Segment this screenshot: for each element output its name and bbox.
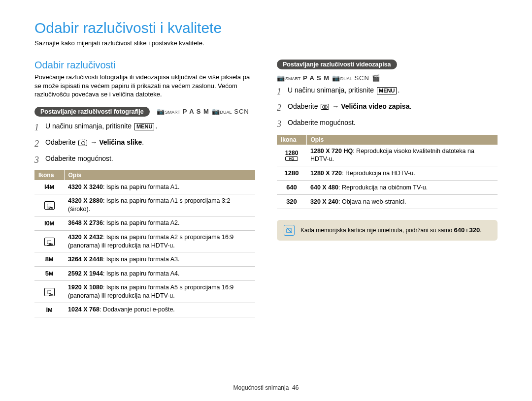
footer-section: Mogućnosti snimanja (233, 384, 289, 391)
res-desc: : Ispis na papiru formata A4. (103, 270, 180, 277)
section-desc: Povećanje razlučivosti fotografija ili v… (34, 73, 255, 99)
step-bold: Veličina slike (99, 138, 142, 146)
camera-icon (78, 140, 87, 146)
table-row: 8M 3264 X 2448: Ispis na papiru formata … (34, 252, 255, 267)
table-row: ⬚ 4320 X 2880: Ispis na papiru formata A… (34, 194, 255, 216)
res-5m-icon: 5M (45, 270, 53, 277)
mode-line: 📷SMART P A S M 📷DUAL SCN 🎬 (277, 74, 498, 82)
res-desc: : Reprodukcija na HDTV-u. (342, 170, 415, 177)
step-text: Odaberite (45, 138, 77, 146)
step-text: U načinu snimanja, pritisnite (45, 122, 133, 130)
scn-mode-icon: SCN (354, 74, 369, 82)
res-value: 4320 X 2432 (68, 234, 103, 241)
step-number: 1 (277, 86, 288, 98)
res-10m-icon: I0M (44, 219, 54, 227)
page-title: Odabir razlučivosti i kvalitete (34, 20, 498, 36)
photo-steps: 1 U načinu snimanja, pritisnite MENU. 2 … (34, 122, 255, 167)
table-row: I0M 3648 X 2736: Ispis na papiru formata… (34, 216, 255, 230)
footer-page-number: 46 (292, 384, 299, 391)
note-icon (284, 225, 295, 236)
table-header-desc: Opis (64, 170, 255, 180)
res-640-icon: 640 (286, 184, 297, 191)
res-1m-icon: IM (46, 306, 53, 313)
table-header-icon: Ikona (34, 170, 64, 180)
menu-button-icon: MENU (377, 87, 397, 94)
step-text: U načinu snimanja, pritisnite (288, 86, 376, 94)
res-desc: : Dodavanje poruci e-pošte. (100, 306, 175, 313)
mode-line: 📷SMART P A S M 📷DUAL SCN (157, 108, 249, 115)
table-row: ⬚ 4320 X 2432: Ispis na papiru formata A… (34, 230, 255, 252)
res-320-icon: 320 (469, 226, 480, 234)
dual-icon: 📷DUAL (332, 74, 352, 82)
right-column: Postavljanje razlučivosti videozapisa 📷S… (277, 60, 498, 317)
table-header-desc: Opis (306, 135, 498, 145)
res-320-icon: 320 (286, 198, 297, 205)
step-number: 3 (277, 118, 288, 130)
res-value: 3264 X 2448 (68, 256, 103, 263)
photo-resolution-table: Ikona Opis I4M 4320 X 3240: Ispis na pap… (34, 170, 255, 317)
step-text: Odaberite (288, 102, 320, 110)
dual-icon: 📷DUAL (212, 108, 232, 115)
res-value: 1920 X 1080 (68, 284, 103, 291)
page-subtitle: Saznajte kako mijenjati razlučivost slik… (34, 39, 498, 47)
note-box: Kada memorijska kartica nije umetnuta, p… (277, 220, 498, 241)
step-number: 3 (34, 154, 45, 166)
res-12m-wide-icon: ⬚ (44, 201, 55, 210)
mode-letters: P A S M (303, 74, 330, 82)
res-8m-icon: 8M (45, 255, 53, 263)
res-desc: : Reprodukcija na običnom TV-u. (338, 184, 428, 191)
res-desc: : Ispis na papiru formata A3. (103, 256, 180, 263)
step-number: 2 (277, 102, 288, 114)
photo-resolution-pill: Postavljanje razlučivosti fotografije (34, 107, 150, 117)
table-row: 5M 2592 X 1944: Ispis na papiru formata … (34, 267, 255, 281)
table-row: 640 640 X 480: Reprodukcija na običnom T… (277, 181, 498, 195)
res-14m-icon: I4M (44, 183, 54, 190)
res-640-icon: 640 (454, 226, 465, 234)
table-header-icon: Ikona (277, 135, 306, 145)
video-mode-icon: 🎬 (372, 74, 380, 82)
res-value: 1024 X 768 (68, 306, 100, 313)
res-value: 320 X 240 (310, 198, 338, 205)
note-text: Kada memorijska kartica nije umetnuta, p… (300, 226, 482, 234)
table-row: ⬚ 1920 X 1080: Ispis na papiru formata A… (34, 281, 255, 303)
res-1280-icon: 1280 (285, 169, 299, 177)
res-10m-wide-icon: ⬚ (44, 238, 55, 246)
video-resolution-pill: Postavljanje razlučivosti videozapisa (277, 60, 397, 69)
res-desc: : Ispis na papiru formata A1. (103, 184, 180, 190)
table-row: IM 1024 X 768: Dodavanje poruci e-pošte. (34, 303, 255, 317)
res-value: 4320 X 2880 (68, 197, 103, 204)
table-row: 1280 1280 X 720: Reprodukcija na HDTV-u. (277, 166, 498, 181)
table-row: 320 320 X 240: Objava na web-stranici. (277, 195, 498, 209)
smart-icon: 📷SMART (157, 108, 180, 115)
video-icon (321, 104, 329, 110)
video-resolution-table: Ikona Opis 1280HQ 1280 X 720 HQ: Reprodu… (277, 135, 498, 209)
page-footer: Mogućnosti snimanja 46 (0, 384, 532, 391)
res-value: 640 X 480 (310, 184, 338, 191)
mode-letters: P A S M (183, 108, 209, 115)
table-row: I4M 4320 X 3240: Ispis na papiru formata… (34, 180, 255, 194)
table-row: 1280HQ 1280 X 720 HQ: Reprodukcija visok… (277, 145, 498, 166)
arrow-icon: → (88, 138, 99, 146)
step-text: Odaberite mogućnost. (45, 154, 255, 164)
res-value: 3648 X 2736 (68, 219, 103, 226)
step-number: 1 (34, 122, 45, 134)
step-text: . (398, 86, 399, 94)
res-1280hq-icon: 1280HQ (285, 150, 299, 161)
res-value: 1280 X 720 HQ (310, 148, 353, 154)
res-2m-wide-icon: ⬚ (44, 288, 55, 296)
video-steps: 1 U načinu snimanja, pritisnite MENU. 2 … (277, 86, 498, 131)
res-value: 4320 X 3240 (68, 184, 103, 190)
step-text: . (142, 138, 144, 146)
smart-icon: 📷SMART (277, 74, 300, 82)
step-number: 2 (34, 138, 45, 150)
res-desc: : Objava na web-stranici. (338, 198, 406, 205)
res-desc: : Ispis na papiru formata A2. (103, 219, 180, 226)
step-bold: Veličina video zapisa (341, 102, 409, 110)
step-text: Odaberite mogućnost. (288, 118, 498, 128)
menu-button-icon: MENU (134, 123, 154, 130)
res-value: 1280 X 720 (310, 170, 342, 177)
step-text: . (409, 102, 411, 110)
res-value: 2592 X 1944 (68, 270, 103, 277)
step-text: . (155, 122, 157, 130)
left-column: Odabir razlučivosti Povećanje razlučivos… (34, 60, 255, 317)
